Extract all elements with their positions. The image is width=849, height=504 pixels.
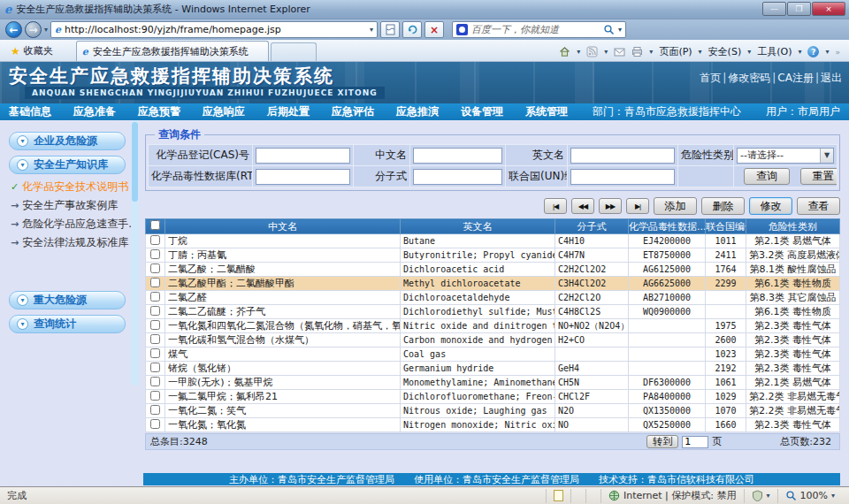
- table-row[interactable]: 一氧化二氮；笑气 Nitrous oxide; Laughing gas N2O…: [146, 404, 840, 418]
- web-search-input[interactable]: [471, 24, 600, 35]
- zoom-pane[interactable]: 100% ▾: [777, 489, 842, 503]
- col-rtecs[interactable]: 化学品毒性数据...: [629, 219, 706, 234]
- row-checkbox[interactable]: [150, 405, 160, 415]
- nav-item[interactable]: 后期处置: [267, 104, 310, 119]
- close-button[interactable]: ×: [812, 2, 845, 16]
- action-button[interactable]: 删除: [701, 197, 745, 215]
- sidebar-entry[interactable]: 安全法律法规及标准库: [11, 235, 129, 250]
- row-checkbox[interactable]: [150, 391, 160, 401]
- reset-button[interactable]: 重置: [800, 168, 838, 185]
- row-checkbox[interactable]: [150, 320, 160, 330]
- row-checkbox[interactable]: [150, 263, 160, 273]
- table-row[interactable]: 丁腈；丙基氰 Butyronitrile; Propyl cyanide C4H…: [146, 248, 840, 263]
- cn-name-input[interactable]: [413, 148, 502, 164]
- action-button[interactable]: 添加: [654, 197, 697, 215]
- home-icon[interactable]: [559, 46, 570, 57]
- forward-button[interactable]: →: [25, 21, 42, 38]
- help-dropdown-icon[interactable]: ▾: [825, 48, 829, 56]
- table-row[interactable]: 二氯乙酸；二氯醋酸 Dichloroacetic acid C2H2Cl2O2 …: [146, 263, 840, 277]
- user-link[interactable]: 修改密码: [721, 71, 770, 86]
- new-tab-stub[interactable]: [271, 42, 317, 61]
- feed-dropdown-icon[interactable]: ▾: [604, 48, 608, 56]
- sidebar-entry[interactable]: 安全生产事故案例库: [11, 198, 129, 213]
- nav-item[interactable]: 基础信息: [9, 104, 51, 119]
- pager-button[interactable]: |◀: [544, 198, 567, 214]
- sidebar-scrollbar[interactable]: [131, 120, 139, 386]
- un-input[interactable]: [570, 169, 675, 185]
- nav-item[interactable]: 应急准备: [73, 104, 116, 119]
- sidebar-entry[interactable]: 重大危险源: [9, 291, 126, 309]
- menu-page[interactable]: 页面(P): [659, 45, 692, 58]
- sidebar-entry[interactable]: 危险化学品应急速查手...: [11, 217, 129, 232]
- feed-icon[interactable]: [586, 46, 598, 57]
- search-button[interactable]: 查询: [744, 168, 790, 185]
- col-danger[interactable]: 危险性类别: [746, 219, 840, 234]
- protected-mode-pane[interactable]: ▾: [744, 489, 777, 503]
- address-field[interactable]: e ▾: [50, 21, 378, 38]
- col-formula[interactable]: 分子式: [555, 219, 629, 234]
- table-row[interactable]: 一甲胺(无水)；氨基甲烷 Monomethylamine; Aminometha…: [146, 376, 840, 390]
- row-checkbox[interactable]: [150, 419, 160, 429]
- table-row[interactable]: 一氧化氮；氧化氮 Nitrogen monoxide; Nitric oxide…: [146, 418, 840, 432]
- nav-item[interactable]: 设备管理: [461, 104, 503, 119]
- nav-item[interactable]: 应急预警: [138, 104, 180, 119]
- tools-dropdown-icon[interactable]: ▾: [798, 48, 801, 56]
- page-number-input[interactable]: [682, 436, 708, 448]
- shield-dropdown-icon[interactable]: ▾: [767, 492, 770, 500]
- sidebar-entry[interactable]: 查询统计: [9, 315, 126, 333]
- row-checkbox[interactable]: [150, 363, 160, 372]
- row-checkbox[interactable]: [150, 235, 160, 245]
- active-tab[interactable]: e 安全生产应急救援指挥辅助决策系统: [76, 41, 269, 61]
- user-link[interactable]: CA注册: [770, 71, 814, 86]
- danger-class-select[interactable]: --请选择-- ▼: [737, 148, 834, 164]
- table-row[interactable]: 锗烷（氢化锗） Germanium hydride GeH4 2192 第2.3…: [146, 362, 840, 376]
- table-row[interactable]: 一氧化碳和氢气混合物（水煤气） Carbon monoxide and hydr…: [146, 333, 840, 347]
- url-input[interactable]: [65, 24, 366, 35]
- stop-button[interactable]: ×: [424, 21, 444, 38]
- minimize-button[interactable]: —: [762, 2, 786, 16]
- maximize-button[interactable]: ❐: [787, 2, 811, 16]
- search-icon[interactable]: [603, 24, 615, 35]
- row-checkbox[interactable]: [150, 278, 160, 287]
- rtecs-input[interactable]: [256, 169, 350, 185]
- menu-security[interactable]: 安全(S): [708, 45, 742, 58]
- row-checkbox[interactable]: [150, 249, 160, 259]
- zoom-dropdown-icon[interactable]: ▾: [831, 492, 835, 500]
- row-checkbox[interactable]: [150, 292, 160, 302]
- page-dropdown-icon[interactable]: ▾: [699, 48, 702, 56]
- print-icon[interactable]: [631, 46, 643, 57]
- action-button[interactable]: 修改: [749, 197, 792, 215]
- home-dropdown-icon[interactable]: ▾: [577, 48, 580, 56]
- nav-item[interactable]: 应急推演: [396, 104, 439, 119]
- row-checkbox[interactable]: [150, 377, 160, 386]
- col-cn-name[interactable]: 中文名: [165, 219, 401, 234]
- formula-input[interactable]: [413, 169, 502, 185]
- pager-button[interactable]: ▶▶: [599, 198, 622, 214]
- table-row[interactable]: 煤气 Coal gas 1023 第2.3类 毒性气体: [146, 347, 840, 362]
- col-en-name[interactable]: 英文名: [401, 219, 555, 234]
- menu-tools[interactable]: 工具(O): [757, 45, 792, 58]
- col-un[interactable]: 联合国编号: [706, 219, 746, 234]
- select-caret-icon[interactable]: ▼: [820, 149, 833, 163]
- select-all-checkbox[interactable]: [150, 220, 160, 230]
- search-box[interactable]: ▾: [452, 21, 626, 38]
- goto-button[interactable]: 转到: [646, 435, 678, 448]
- user-link[interactable]: 首页: [700, 71, 721, 86]
- search-dropdown-icon[interactable]: ▾: [618, 26, 622, 34]
- history-dropdown-icon[interactable]: ▾: [44, 26, 48, 34]
- table-row[interactable]: 二氯乙醛 Dichloroacetaldehyde C2H2Cl2O AB271…: [146, 291, 840, 305]
- table-row[interactable]: 丁烷 Butane C4H10 EJ4200000 1011 第2.1类 易燃气…: [146, 234, 840, 248]
- row-checkbox[interactable]: [150, 334, 160, 344]
- security-dropdown-icon[interactable]: ▾: [747, 48, 751, 56]
- back-button[interactable]: ←: [5, 21, 22, 38]
- address-dropdown-icon[interactable]: ▾: [370, 26, 373, 34]
- sidebar-entry[interactable]: 化学品安全技术说明书: [11, 179, 129, 195]
- favorites-button[interactable]: ★ 收藏夹: [4, 42, 60, 60]
- user-link[interactable]: 退出: [814, 71, 842, 86]
- mail-icon[interactable]: [614, 46, 625, 57]
- row-checkbox[interactable]: [150, 306, 160, 316]
- row-checkbox[interactable]: [150, 348, 160, 358]
- table-row[interactable]: 二氯二乙硫醚；芥子气 Dichlorodiethyl sulfide; Must…: [146, 305, 840, 319]
- sidebar-entry[interactable]: 安全生产知识库: [9, 156, 126, 174]
- table-row[interactable]: 一氧化氮和四氧化二氮混合物（氮氧化物，硝基气，氧化氮气体） Nitric oxi…: [146, 319, 840, 333]
